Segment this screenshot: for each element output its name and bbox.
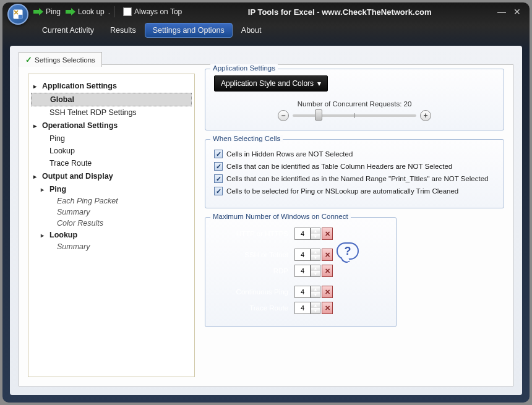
tree-output-display[interactable]: Output and Display xyxy=(31,169,192,183)
window-controls: — ✕ xyxy=(497,7,525,17)
fieldset-app-settings: Application Settings Application Style a… xyxy=(205,69,504,130)
tree-ping[interactable]: Ping xyxy=(31,132,192,145)
main-panel: Application Settings Global SSH Telnet R… xyxy=(19,64,513,386)
arrow-right-icon xyxy=(66,8,75,15)
spin-buttons: ▲▼ xyxy=(311,302,320,314)
checkbox-hidden-rows[interactable]: ✓ xyxy=(214,150,223,158)
titlebar: Ping Look up . Always on Top IP Tools fo… xyxy=(2,2,530,21)
tree-app-settings[interactable]: Application Settings xyxy=(31,79,192,93)
menu-results[interactable]: Results xyxy=(103,23,144,37)
fieldset-selecting-cells: When Selecting Cells ✓Cells in Hidden Ro… xyxy=(205,139,504,208)
app-style-colors-button[interactable]: Application Style and Colors ▾ xyxy=(214,75,328,92)
spin-row: HTTP or HTTPS▲▼✕ xyxy=(214,228,387,240)
spin-label: Continuous Ping xyxy=(214,288,288,296)
tab-label: Settings Selections xyxy=(35,56,95,64)
tree-global[interactable]: Global xyxy=(31,93,192,106)
cb-label: Cells that can be identified as Table Co… xyxy=(226,163,452,170)
spin-down[interactable]: ▼ xyxy=(311,292,320,297)
app-icon xyxy=(7,4,28,25)
always-on-top-label: Always on Top xyxy=(134,7,182,16)
tree-each-ping-packet[interactable]: Each Ping Packet xyxy=(31,195,192,207)
menu-about[interactable]: About xyxy=(234,23,269,37)
toolbar-ping-label: Ping xyxy=(46,7,61,16)
spin-row: SSH or Telnet▲▼✕ xyxy=(214,249,387,261)
menubar: Current Activity Results Settings and Op… xyxy=(2,21,530,40)
tree-lookup[interactable]: Lookup xyxy=(31,145,192,157)
close-button[interactable]: ✕ xyxy=(513,7,521,17)
spin-down[interactable]: ▼ xyxy=(311,234,320,239)
toolbar-lookup-label: Look up xyxy=(78,7,105,16)
tree-lookup-output[interactable]: Lookup xyxy=(31,229,192,241)
spin-row: Continuous Ping▲▼✕ xyxy=(214,286,387,298)
check-icon: ✓ xyxy=(25,55,32,64)
spin-down[interactable]: ▼ xyxy=(311,271,320,276)
content-area: ✓ Settings Selections Application Settin… xyxy=(10,46,522,395)
spin-input[interactable] xyxy=(294,228,311,240)
app-window: Ping Look up . Always on Top IP Tools fo… xyxy=(2,2,530,403)
spin-label: RDP xyxy=(214,267,288,275)
svg-rect-1 xyxy=(19,15,23,19)
legend-app-settings: Application Settings xyxy=(210,64,278,72)
spin-label: Trace Route xyxy=(214,304,288,312)
spin-clear[interactable]: ✕ xyxy=(322,228,333,240)
tree-ssh-telnet-rdp[interactable]: SSH Telnet RDP Settings xyxy=(31,106,192,119)
tree-operational-settings[interactable]: Operational Settings xyxy=(31,119,192,132)
concurrent-requests-control: Number of Concurrent Requests: 20 − + xyxy=(214,100,495,121)
checkbox-trim-cleaned[interactable]: ✓ xyxy=(214,187,223,195)
arrow-right-icon xyxy=(33,8,43,15)
fieldset-max-windows: Maximum Number of Windows on Connect HTT… xyxy=(205,217,397,327)
slider-track[interactable] xyxy=(293,114,416,117)
spin-clear[interactable]: ✕ xyxy=(322,249,333,261)
tree-color-results[interactable]: Color Results xyxy=(31,218,192,229)
slider-increment[interactable]: + xyxy=(420,110,431,121)
spin-buttons: ▲▼ xyxy=(311,249,320,261)
tab-header: ✓ Settings Selections xyxy=(19,52,102,67)
toolbar-lookup-button[interactable]: Look up xyxy=(66,7,105,16)
toolbar-ping-button[interactable]: Ping xyxy=(33,7,61,16)
spin-up[interactable]: ▲ xyxy=(311,265,320,271)
spin-up[interactable]: ▲ xyxy=(311,249,320,255)
spin-input[interactable] xyxy=(294,249,311,261)
slider-decrement[interactable]: − xyxy=(278,110,289,121)
spin-down[interactable]: ▼ xyxy=(311,255,320,260)
menu-settings-options[interactable]: Settings and Options xyxy=(145,23,233,38)
spin-row: Trace Route▲▼✕ xyxy=(214,302,387,314)
tab-settings-selections[interactable]: ✓ Settings Selections xyxy=(19,52,102,67)
tree-trace-route[interactable]: Trace Route xyxy=(31,157,192,169)
spin-clear[interactable]: ✕ xyxy=(322,286,333,298)
legend-max-windows: Maximum Number of Windows on Connect xyxy=(210,213,351,220)
spin-input[interactable] xyxy=(294,302,311,314)
tree-lookup-summary[interactable]: Summary xyxy=(31,241,192,252)
spin-buttons: ▲▼ xyxy=(311,265,320,277)
help-button[interactable]: ? xyxy=(337,242,359,260)
checkbox-icon xyxy=(123,7,132,16)
spin-clear[interactable]: ✕ xyxy=(322,302,333,314)
spin-buttons: ▲▼ xyxy=(311,286,320,298)
spin-up[interactable]: ▲ xyxy=(311,228,320,234)
cb-label: Cells in Hidden Rows are NOT Selected xyxy=(226,150,353,158)
legend-selecting-cells: When Selecting Cells xyxy=(210,135,283,142)
right-pane: Application Settings Application Style a… xyxy=(201,65,513,386)
minimize-button[interactable]: — xyxy=(497,7,506,17)
tree-summary[interactable]: Summary xyxy=(31,207,192,218)
spin-row: RDP▲▼✕ xyxy=(214,265,387,277)
slider-thumb[interactable] xyxy=(315,109,322,121)
cb-label: Cells to be selected for Ping or NSLooku… xyxy=(226,187,458,195)
checkbox-column-headers[interactable]: ✓ xyxy=(214,162,223,171)
cb-label: Cells that can be identified as in the N… xyxy=(226,175,488,182)
settings-tree: Application Settings Global SSH Telnet R… xyxy=(28,74,195,377)
spin-down[interactable]: ▼ xyxy=(311,308,320,313)
always-on-top-toggle[interactable]: Always on Top xyxy=(123,7,182,16)
spin-label: HTTP or HTTPS xyxy=(214,230,288,237)
spin-clear[interactable]: ✕ xyxy=(322,265,333,277)
toolbar-separator xyxy=(114,6,114,17)
checkbox-print-titles[interactable]: ✓ xyxy=(214,174,223,183)
spin-up[interactable]: ▲ xyxy=(311,302,320,308)
spin-input[interactable] xyxy=(294,265,311,277)
spin-up[interactable]: ▲ xyxy=(311,286,320,292)
tree-ping-output[interactable]: Ping xyxy=(31,183,192,195)
window-title: IP Tools for Excel - www.CheckTheNetwork… xyxy=(182,7,497,17)
spin-input[interactable] xyxy=(294,286,311,298)
menu-current-activity[interactable]: Current Activity xyxy=(35,23,101,37)
chevron-down-icon: ▾ xyxy=(317,79,321,88)
